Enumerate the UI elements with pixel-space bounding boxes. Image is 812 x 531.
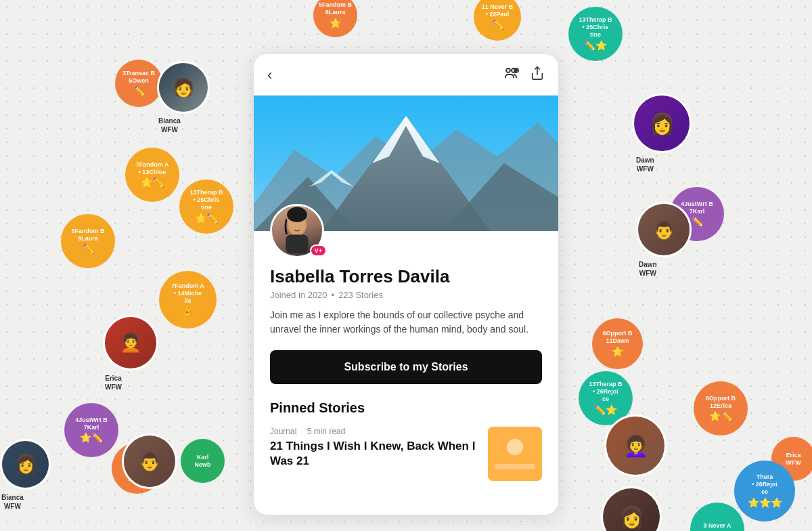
story-thumbnail [488, 427, 542, 481]
photo-circle-bianca2: 👩 [0, 439, 51, 490]
bubble-never-b1: 11 Never B• 22Paul✏️ [474, 0, 521, 41]
photo-circle-dawn2-label: DawnWFW [639, 260, 657, 278]
story-category: Journal · 5 min read [270, 427, 477, 436]
photo-circle-bianca-label: BiancaWFW [158, 116, 181, 134]
bubble-thera-rejoice: Thera• 26Rejoice⭐⭐⭐ [734, 461, 795, 522]
photo-circle-dawn1-label: DawnWFW [636, 156, 654, 173]
photo-circle-bianca2-label: BiancaWFW [1, 493, 24, 511]
story-text: Journal · 5 min read 21 Things I Wish I … [270, 427, 477, 469]
user-name: Isabella Torres Davila [270, 266, 542, 287]
joined-year: Joined in 2020 [270, 290, 328, 300]
back-button[interactable]: ‹ [267, 66, 272, 84]
photo-circle-erica-label: EricaWFW [105, 374, 122, 391]
subscribe-button[interactable]: Subscribe to my Stories [270, 350, 542, 384]
bubble-therap-b2: 13Therap B• 25Christine✏️⭐ [568, 7, 623, 61]
svg-point-15 [287, 207, 307, 222]
story-item[interactable]: Journal · 5 min read 21 Things I Wish I … [270, 427, 542, 481]
bubble-therap-b1: 13Therap B• 25Christine⭐✏️ [179, 179, 233, 234]
bubble-fandom-b2: 5Fandom B8Laura⭐ [313, 0, 357, 37]
share-icon[interactable] [530, 66, 545, 84]
svg-point-17 [507, 439, 523, 455]
add-user-icon[interactable] [503, 65, 519, 85]
vplus-badge: V+ [310, 245, 327, 257]
bubble-transac: 3Transac B5Owen✏️ [115, 60, 162, 107]
card-header: ‹ [254, 54, 558, 95]
svg-rect-18 [495, 464, 535, 469]
pinned-stories: Pinned Stories Journal · 5 min read 21 T… [254, 400, 558, 481]
bubble-fandom-a1: 7Fandom A• 13Chloe⭐✏️ [125, 148, 179, 202]
svg-rect-13 [286, 235, 308, 254]
profile-section: V+ Isabella Torres Davila Joined in 2020… [254, 204, 558, 400]
photo-circle-woman2: 👩 [601, 486, 662, 531]
bubble-opport-b2: 6Opport B11Dawn⭐ [592, 318, 643, 369]
bubble-never-a1: 9 Never A18Vonne [690, 503, 744, 531]
avatar-wrapper: V+ [270, 204, 324, 258]
photo-circle-woman1: 👩‍🦱 [604, 415, 667, 477]
user-meta: Joined in 2020 • 223 Stories [270, 290, 542, 300]
bubble-opport-b3: 6Opport B12Erica⭐✏️ [694, 381, 748, 436]
user-bio: Join me as I explore the bounds of our c… [270, 308, 542, 337]
photo-circle-dawn2: 👨 [636, 202, 692, 257]
bubble-fandom-b1: 5Fandom B9Laura✏️ [61, 214, 115, 268]
stories-count: 223 Stories [338, 290, 383, 300]
bubble-karl-newb: KarlNewb [181, 439, 225, 483]
photo-circle-bianca: 🧑 [157, 61, 210, 114]
bubble-justwrt-b1: 4JustWrt B7Karl⭐✏️ [64, 403, 118, 457]
photo-circle-man: 👨 [122, 433, 177, 489]
story-title: 21 Things I Wish I Knew, Back When I Was… [270, 439, 477, 469]
pinned-title: Pinned Stories [270, 400, 542, 416]
header-actions [503, 65, 545, 85]
bubble-fandom-a2: 7Fandom A• 14Michelle✌️ [159, 271, 217, 328]
photo-circle-dawn1: 👩 [632, 93, 692, 153]
photo-circle-erica: 🧑‍🦱 [103, 315, 158, 370]
profile-card: ‹ [254, 54, 558, 515]
